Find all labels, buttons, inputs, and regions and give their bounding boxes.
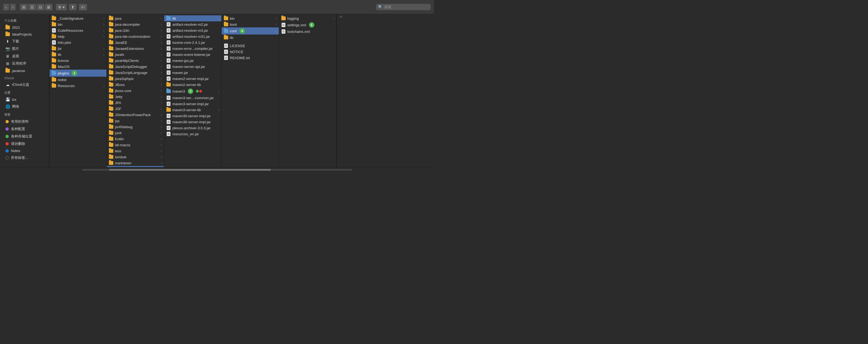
file-item[interactable]: JavaEE › — [107, 39, 164, 46]
file-item[interactable]: junit › — [107, 130, 164, 136]
file-item[interactable]: bin › — [222, 15, 279, 21]
chevron-icon: › — [218, 109, 219, 112]
file-item[interactable]: jboss-core › — [107, 88, 164, 94]
file-item[interactable]: java-i18n › — [107, 27, 164, 33]
sidebar-item-icloud[interactable]: ☁ iCloud云盘 — [1, 81, 48, 88]
horizontal-scrollbar[interactable] — [82, 169, 352, 171]
file-item[interactable]: less › — [107, 148, 164, 154]
file-item[interactable]: logging › — [279, 15, 336, 21]
chevron-icon: › — [276, 17, 277, 20]
file-item[interactable]: maven2-server-impl.jar — [164, 76, 221, 82]
file-item[interactable]: jbr › — [50, 46, 106, 52]
tag-button[interactable]: 🏷 — [79, 4, 87, 10]
view-list-button[interactable]: ☰ — [28, 4, 36, 10]
file-item[interactable]: license — [50, 58, 106, 63]
sidebar-item-lzx[interactable]: 💾 lzx — [1, 96, 48, 103]
share-button[interactable]: ⬆ — [69, 4, 76, 10]
file-item[interactable]: java › — [107, 15, 164, 21]
file-item[interactable]: maven-event-listener.jar — [164, 52, 221, 58]
file-item[interactable]: javaHttpClients › — [107, 58, 164, 63]
file-item-maven[interactable]: maven 2 › — [107, 166, 164, 167]
view-gallery-button[interactable]: ⊠ — [45, 4, 53, 10]
file-name: jsr45debug — [115, 125, 132, 129]
file-item[interactable]: laf-macos › — [107, 142, 164, 148]
file-item[interactable]: JavaScriptLanguage › — [107, 69, 164, 76]
sidebar-item-2021[interactable]: 2021 — [1, 24, 48, 31]
file-item[interactable]: plexus-archiver-3.0.3.jar — [164, 125, 221, 131]
file-item[interactable]: maven3-ser...-common.jar — [164, 95, 221, 101]
file-item[interactable]: lucene-core-2.4.1.jar — [164, 39, 221, 46]
file-item[interactable]: artifact-resolver-m2.jar — [164, 21, 221, 27]
file-item[interactable]: maven30-server-impl.jar — [164, 113, 221, 119]
file-item[interactable]: java-ide-customization › — [107, 33, 164, 39]
file-item[interactable]: JBoss › — [107, 82, 164, 88]
file-item[interactable]: JavaScriptDebugger › — [107, 63, 164, 69]
file-item[interactable]: jsp › — [107, 118, 164, 124]
content: 个人收藏 2021 IdeaProjects ⬇ 下载 📷 图片 — [0, 14, 434, 167]
file-item-conf[interactable]: conf 4 › — [222, 27, 279, 34]
sidebar-item-javalove[interactable]: javalove — [1, 67, 48, 74]
file-item[interactable]: NOTICE — [222, 49, 279, 55]
file-item[interactable]: resources_en.jar — [164, 131, 221, 137]
sidebar-item-network[interactable]: 🌐 网络 — [1, 103, 48, 110]
view-options-button[interactable]: ⚙ ▾ — [56, 4, 67, 10]
file-item-settings[interactable]: settings.xml 5 — [279, 21, 336, 28]
file-item[interactable]: javafx › — [107, 52, 164, 58]
sidebar-item-downloads[interactable]: ⬇ 下载 — [1, 38, 48, 45]
file-item[interactable]: redist — [50, 77, 106, 83]
sidebar-item-nodelete[interactable]: 请勿删除 — [1, 140, 48, 147]
forward-button[interactable]: › — [10, 4, 16, 10]
file-item[interactable]: artifact-resolver-m31.jar — [164, 33, 221, 39]
file-item[interactable]: bin › — [50, 21, 106, 27]
sidebar-item-notes[interactable]: Notes — [1, 148, 48, 154]
file-item[interactable]: Jetty › — [107, 94, 164, 100]
file-item[interactable]: boot › — [222, 21, 279, 27]
file-item[interactable]: maven.jar — [164, 69, 221, 76]
file-item[interactable]: javaSqlApis › — [107, 76, 164, 82]
file-item-maven3[interactable]: maven3 3 › — [164, 88, 221, 95]
file-item[interactable]: JPA › — [107, 100, 164, 106]
file-item[interactable]: markdown › — [107, 160, 164, 166]
file-item[interactable]: MacOS — [50, 63, 106, 69]
sidebar-item-apps[interactable]: ⊞ 应用程序 — [1, 60, 48, 67]
sidebar-item-ideaprojects[interactable]: IdeaProjects — [1, 31, 48, 37]
sidebar-item-storage[interactable]: 各种存储位置 — [1, 133, 48, 140]
file-item[interactable]: maven-server-api.jar — [164, 63, 221, 69]
file-item[interactable]: Kotlin › — [107, 136, 164, 142]
file-item[interactable]: CodeResources › — [50, 27, 106, 33]
file-item[interactable]: maven3-server-lib › — [164, 107, 221, 113]
file-item[interactable]: lombok › — [107, 154, 164, 160]
file-item[interactable]: maven-jps.jar — [164, 58, 221, 63]
view-icon-button[interactable]: ⊞ — [20, 4, 28, 10]
file-item[interactable]: lib — [222, 34, 279, 40]
file-item[interactable]: JSF › — [107, 106, 164, 112]
file-item[interactable]: maven2-server-lib — [164, 82, 221, 88]
sidebar-item-useful[interactable]: 有用的资料 — [1, 118, 48, 125]
sidebar-item-configs[interactable]: 各种配置 — [1, 125, 48, 133]
back-button[interactable]: ‹ — [3, 4, 9, 10]
sidebar-item-photos[interactable]: 📷 图片 — [1, 45, 48, 52]
file-item[interactable]: _CodeSignature › — [50, 15, 106, 21]
file-item[interactable]: toolchains.xml — [279, 28, 336, 34]
file-name: MacOS — [58, 65, 69, 69]
file-item-plugins[interactable]: plugins 1 › — [50, 69, 106, 77]
file-item[interactable]: java-decompiler › — [107, 21, 164, 27]
file-item[interactable]: maven3-server-impl.jar — [164, 101, 221, 107]
view-columns-button[interactable]: ⊟ — [37, 4, 44, 10]
file-item[interactable]: artifact-resolver-m3.jar — [164, 27, 221, 33]
file-item[interactable]: jsr45debug › — [107, 124, 164, 130]
file-item[interactable]: maven-error...compiler.jar — [164, 46, 221, 52]
file-item-lib[interactable]: lib › — [164, 15, 221, 21]
search-input[interactable] — [384, 5, 429, 9]
file-item[interactable]: Resources › — [50, 83, 106, 89]
file-item[interactable]: README.txt — [222, 55, 279, 61]
file-item[interactable]: lib › — [50, 52, 106, 58]
file-item[interactable]: help › — [50, 33, 106, 39]
file-item[interactable]: JavaeeExtensions › — [107, 46, 164, 52]
sidebar-item-desktop[interactable]: 🖥 桌面 — [1, 53, 48, 60]
file-item[interactable]: maven36-server-impl.jar — [164, 119, 221, 125]
file-item[interactable]: LICENSE — [222, 43, 279, 49]
file-item[interactable]: JSIntentionPowerPack › — [107, 112, 164, 118]
sidebar-item-alltags[interactable]: 所有标签... — [1, 154, 48, 161]
file-item[interactable]: Info.plist — [50, 39, 106, 46]
